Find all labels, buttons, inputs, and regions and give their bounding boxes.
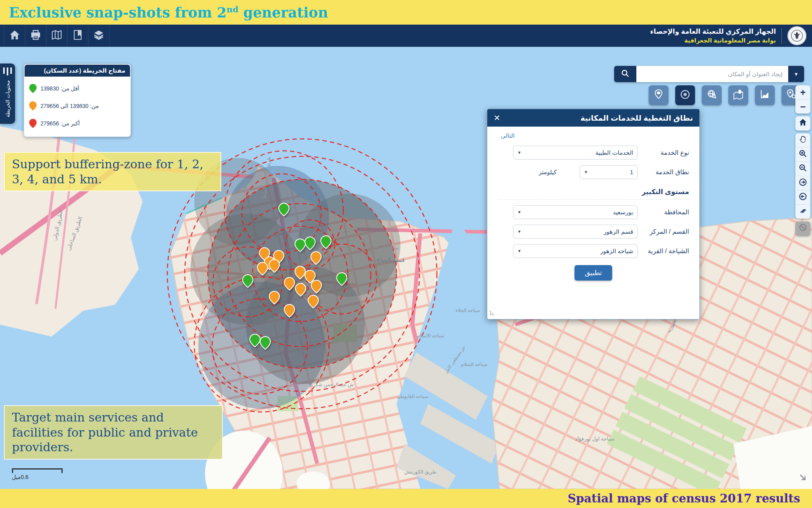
close-icon[interactable]: ✕	[494, 114, 500, 122]
map-label: سباحه الغابوطى	[396, 394, 428, 400]
zoom-in-icon	[799, 149, 807, 160]
map-viewport[interactable]: طريق بورسعيد دمياطالطريق الدولىالطريق ال…	[0, 47, 812, 489]
bottom-banner: Spatial maps of census 2017 results	[0, 489, 812, 508]
previous-extent-button[interactable]	[795, 190, 810, 204]
map-location-icon	[732, 89, 744, 102]
search-input[interactable]	[636, 66, 788, 82]
section-divider	[498, 199, 689, 200]
service-range-select[interactable]: 1 ▼	[580, 165, 638, 179]
disabled-tool-button	[795, 221, 810, 236]
legend-item-label: من: 139830 الى 279656	[40, 103, 99, 109]
previous-extent-icon	[799, 192, 807, 203]
zoom-out-icon	[799, 164, 807, 175]
map-location-button[interactable]	[728, 85, 748, 105]
legend-bars-icon	[3, 67, 12, 75]
map-label: سباحه الاسلام	[417, 333, 444, 339]
map-contents-label: محتويات الخريطة	[5, 80, 11, 117]
zoom-section-title: مستوى التكبير	[498, 188, 689, 196]
apply-button[interactable]: تطبيق	[575, 265, 612, 281]
search-source-dropdown[interactable]: ▼	[788, 66, 804, 82]
buffer-target-button[interactable]	[675, 85, 695, 105]
dialog-header[interactable]: ✕ نطاق التغطية للخدمات المكانية	[487, 109, 699, 127]
sheakha-value: شياخه الزهور	[600, 248, 633, 255]
plus-icon: +	[800, 87, 806, 98]
district-label: القسم / المركز	[638, 228, 689, 235]
service-type-label: نوع الخدمة	[638, 149, 689, 156]
legend-item-label: أقل من: 139830	[40, 85, 79, 92]
dialog-body: التالى نوع الخدمة الخدمات الطبية ▼ نطاق …	[487, 127, 699, 319]
minus-icon: −	[800, 101, 806, 112]
pan-button[interactable]	[795, 133, 810, 147]
search-icon	[621, 69, 630, 79]
map-label: سباحه اول بورفؤاد	[575, 436, 614, 442]
globe-search-button[interactable]	[702, 85, 722, 105]
governorate-select[interactable]: بورسعيد ▼	[513, 205, 638, 219]
map-label: ش عبد الرحمن شكرى	[309, 382, 354, 388]
zoom-out-tool-button[interactable]	[795, 162, 810, 176]
layers-button[interactable]	[88, 25, 109, 47]
app-header: الجهاز المركزي للتعبئة العامة والإحصاء ب…	[0, 25, 812, 47]
search-button[interactable]	[614, 66, 636, 82]
footer-caption: Spatial maps of census 2017 results	[568, 492, 800, 505]
print-button[interactable]	[25, 25, 46, 47]
org-title: الجهاز المركزي للتعبئة العامة والإحصاء	[650, 27, 776, 37]
target-annotation: Target main services and facilities for …	[4, 405, 223, 460]
pan-hand-icon	[799, 135, 807, 146]
arrow-down-right-icon	[798, 477, 808, 484]
layers-icon	[93, 29, 105, 42]
resize-grip[interactable]	[490, 310, 494, 317]
chevron-down-icon: ▼	[794, 71, 799, 77]
attribution-toggle[interactable]	[798, 472, 808, 484]
default-extent-button[interactable]	[795, 116, 810, 131]
header-divider	[781, 28, 782, 44]
legend-title: مفتاح الخريطة (عدد السكان)	[25, 65, 130, 77]
scale-rule	[12, 468, 63, 473]
map-label: قسم المناخ	[377, 256, 405, 264]
map-contents-tab[interactable]: محتويات الخريطة	[0, 64, 15, 124]
map-label: سباحه الجلاء	[456, 308, 480, 313]
bookmark-button[interactable]	[67, 25, 88, 47]
disabled-icon	[799, 223, 807, 234]
chevron-down-icon: ▼	[517, 210, 521, 214]
next-extent-button[interactable]	[795, 176, 810, 190]
chevron-down-icon: ▼	[517, 249, 521, 253]
legend-item: من: 139830 الى 279656	[29, 97, 126, 115]
bookmark-icon	[72, 29, 84, 42]
header-toolbar	[4, 25, 109, 47]
zoom-in-tool-button[interactable]	[795, 147, 810, 162]
service-range-label: نطاق الخدمة	[638, 168, 689, 176]
next-link[interactable]: التالى	[501, 132, 515, 139]
zoom-out-button[interactable]: −	[795, 99, 810, 114]
service-range-unit: كيلومتر	[539, 169, 557, 176]
legend-panel: مفتاح الخريطة (عدد السكان) أقل من: 13983…	[24, 64, 131, 137]
service-type-select[interactable]: الخدمات الطبية ▼	[513, 146, 638, 160]
map-toolbar	[649, 85, 801, 105]
dialog-title: نطاق التغطية للخدمات المكانية	[580, 114, 693, 123]
district-value: قسم الزهور	[603, 228, 633, 235]
print-icon	[30, 29, 42, 42]
home-button[interactable]	[4, 25, 25, 47]
next-extent-icon	[799, 178, 807, 189]
globe-search-icon	[706, 89, 718, 102]
chevron-down-icon: ▼	[517, 229, 521, 234]
sheakha-select[interactable]: شياخه الزهور ▼	[513, 244, 638, 258]
legend-item: أكبر من: 279656	[29, 115, 126, 132]
district-select[interactable]: قسم الزهور ▼	[513, 225, 638, 239]
service-range-value: 1	[630, 169, 633, 175]
chevron-down-icon: ▼	[517, 150, 521, 155]
org-subtitle: بوابة مصر المعلوماتية الجعرافية	[650, 37, 776, 44]
legend-item: أقل من: 139830	[29, 80, 126, 97]
buffer-annotation: Support buffering-zone for 1, 2, 3, 4, a…	[4, 152, 221, 191]
streetview-pin-button[interactable]	[649, 85, 668, 105]
legend-item-label: أكبر من: 279656	[40, 120, 80, 127]
erase-button[interactable]	[795, 204, 810, 219]
area-chart-button[interactable]	[755, 85, 775, 105]
basemap-button[interactable]	[46, 25, 67, 47]
home-icon	[799, 118, 807, 129]
navigation-rail: + −	[795, 85, 811, 236]
zoom-in-button[interactable]: +	[795, 85, 810, 99]
banner-title: Exclusive snap-shots from 2nd generation	[9, 4, 328, 21]
sheakha-label: الشياخة / القرية	[638, 247, 689, 255]
streetview-pin-icon	[653, 89, 665, 102]
area-chart-icon	[759, 89, 771, 102]
